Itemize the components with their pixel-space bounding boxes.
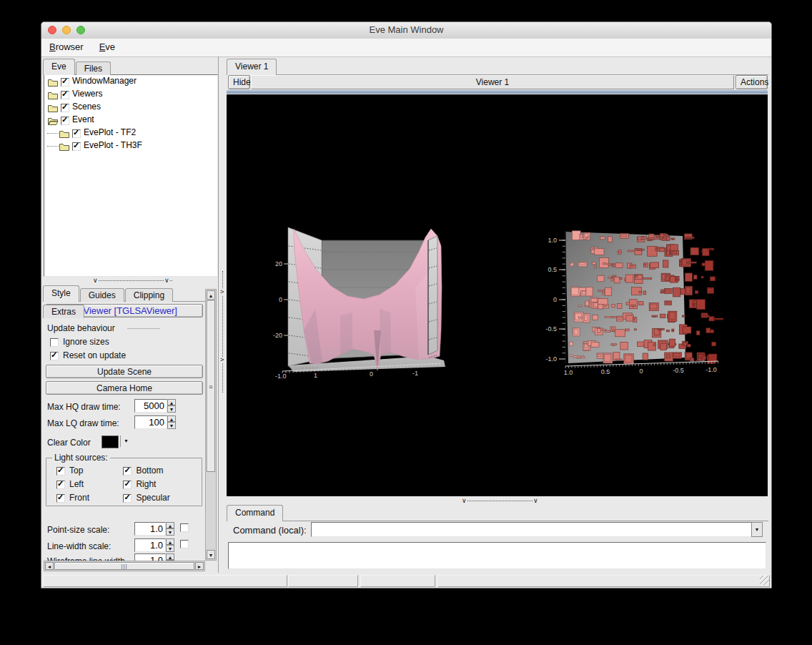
scroll-down-button[interactable]: ▼ — [207, 550, 215, 559]
light-sources-group: Light sources: ✓Top✓Bottom✓Left✓Right✓Fr… — [46, 453, 202, 506]
max-hq-spin-down[interactable]: ▼ — [167, 405, 176, 413]
check-icon: ✓ — [57, 493, 64, 501]
tree-checkbox[interactable]: ✓ — [61, 78, 69, 87]
max-lq-input[interactable] — [134, 415, 167, 429]
status-bar — [41, 574, 771, 588]
light-specular-label: Specular — [136, 493, 169, 503]
point-size-spin-down[interactable]: ▼ — [166, 528, 174, 536]
tab-clipping[interactable]: Clipping — [125, 288, 173, 302]
actions-button[interactable]: Actions — [736, 75, 768, 89]
max-lq-label: Max LQ draw time: — [47, 418, 119, 428]
style-scrollbar[interactable]: ▲ ≡ ▼ — [205, 289, 217, 561]
max-hq-input[interactable] — [134, 399, 167, 413]
tree-item-label: Scenes — [72, 102, 101, 112]
line-width-spin-up[interactable]: ▲ — [166, 538, 174, 545]
th3f-box-plot: 1.00.50-0.5-1.01.00.50-0.5-1.00.5 0 -0.5 — [530, 223, 730, 380]
tree-item-windowmanager[interactable]: ✓WindowManager — [44, 75, 217, 88]
wireframe-input[interactable] — [134, 553, 166, 561]
max-lq-spin-down[interactable]: ▼ — [167, 422, 176, 429]
command-output[interactable] — [228, 542, 766, 569]
eve-main-window: Eve Main Window BrowserEve EveFiles ✓Win… — [41, 21, 772, 589]
point-size-input[interactable] — [134, 522, 166, 536]
tab-files[interactable]: Files — [76, 61, 111, 75]
viewer-title-bar[interactable]: Viewer 1 — [251, 75, 734, 89]
line-width-spin-down[interactable]: ▼ — [166, 545, 174, 552]
check-icon: ✓ — [57, 479, 64, 488]
update-scene-button[interactable]: Update Scene — [46, 365, 203, 378]
down-arrow-icon: ▼ — [168, 530, 173, 535]
gl-viewer-canvas[interactable]: 200-20-1.010-11.0 0.8 0.6 0.4 1.00.50-0.… — [227, 94, 768, 496]
scroll-right-button[interactable]: ► — [195, 562, 204, 570]
tree-item-eveplot-th3f[interactable]: ✓EvePlot - TH3F — [44, 139, 217, 152]
light-top-checkbox[interactable]: ✓ — [56, 467, 65, 476]
scroll-up-button[interactable]: ▲ — [207, 290, 215, 300]
point-size-auto-checkbox[interactable] — [180, 523, 189, 532]
tree-checkbox[interactable]: ✓ — [72, 129, 81, 138]
tree-item-event[interactable]: ✓Event — [44, 114, 217, 127]
status-cell-1 — [288, 575, 358, 587]
tab-eve[interactable]: Eve — [43, 59, 75, 75]
tree-splitter[interactable]: ∨ ∨ — [44, 277, 218, 285]
tree-item-label: Event — [72, 114, 94, 124]
light-right-checkbox[interactable]: ✓ — [123, 481, 132, 489]
line-width-spinner: ▲▼ — [166, 538, 174, 552]
thumb-grip-icon: ||| — [121, 563, 127, 569]
max-hq-spin-up[interactable]: ▲ — [167, 399, 176, 405]
clear-color-label: Clear Color — [47, 438, 91, 448]
tab-viewer-1[interactable]: Viewer 1 — [227, 59, 277, 75]
line-width-input[interactable] — [134, 538, 166, 552]
menu-browser[interactable]: Browser — [41, 39, 91, 56]
light-specular-checkbox[interactable]: ✓ — [123, 494, 132, 503]
tree-item-scenes[interactable]: ✓Scenes — [44, 101, 217, 114]
command-local-label: Command (local): — [233, 525, 307, 536]
tab-command[interactable]: Command — [227, 505, 283, 521]
down-arrow-icon: ▼ — [169, 407, 174, 412]
point-size-spin-up[interactable]: ▲ — [166, 522, 174, 528]
svg-text:0.5: 0.5 — [548, 266, 557, 273]
title-bar[interactable]: Eve Main Window — [41, 22, 771, 39]
ignore-sizes-checkbox[interactable] — [50, 338, 59, 347]
tree-checkbox[interactable]: ✓ — [72, 142, 81, 151]
light-right-label: Right — [136, 479, 156, 489]
wireframe-spin-up[interactable]: ▲ — [166, 553, 174, 560]
check-icon: ✓ — [124, 466, 130, 474]
tree-checkbox[interactable]: ✓ — [61, 117, 69, 125]
resize-grip[interactable] — [760, 576, 769, 585]
tree-item-viewers[interactable]: ✓Viewers — [44, 88, 217, 101]
menu-eve[interactable]: Eve — [91, 39, 123, 56]
tree-item-eveplot-tf2[interactable]: ✓EvePlot - TF2 — [44, 127, 217, 139]
style-hscrollbar[interactable]: ◄ ||| ► — [44, 561, 205, 571]
clear-color-swatch[interactable] — [102, 435, 119, 448]
max-lq-spinner: ▲▼ — [167, 415, 176, 429]
tree-checkbox[interactable]: ✓ — [61, 91, 69, 99]
svg-text:-1: -1 — [412, 370, 418, 377]
svg-text:-1.0: -1.0 — [275, 373, 287, 380]
eve-tree-list: ✓WindowManager✓Viewers✓Scenes✓Event✓EveP… — [44, 74, 218, 277]
camera-home-button[interactable]: Camera Home — [46, 381, 203, 395]
up-arrow-icon: ▲ — [168, 523, 173, 528]
max-lq-spin-up[interactable]: ▲ — [167, 415, 176, 422]
scroll-left-button[interactable]: ◄ — [45, 562, 54, 570]
tab-guides[interactable]: Guides — [80, 288, 124, 302]
panel-splitter[interactable]: > > — [219, 56, 227, 573]
command-input[interactable] — [311, 522, 752, 537]
scroll-thumb[interactable]: ≡ — [207, 300, 215, 472]
wireframe-spinner: ▲▼ — [166, 553, 174, 561]
reset-on-update-label: Reset on update — [63, 350, 126, 360]
viewer-splitter[interactable]: ∨ ∨ — [227, 497, 768, 505]
light-front-checkbox[interactable]: ✓ — [56, 494, 65, 503]
light-bottom-checkbox[interactable]: ✓ — [123, 467, 132, 476]
svg-text:-1.0: -1.0 — [705, 366, 717, 373]
tab-style[interactable]: Style — [43, 285, 79, 302]
line-width-auto-checkbox[interactable] — [180, 540, 189, 548]
tab-extras[interactable]: Extras — [43, 305, 84, 318]
reset-on-update-checkbox[interactable]: ✓ — [50, 352, 59, 360]
check-icon: ✓ — [61, 89, 68, 98]
command-combo-dropdown[interactable]: ▼ — [751, 522, 763, 537]
tree-checkbox[interactable]: ✓ — [61, 104, 69, 112]
svg-text:1.0: 1.0 — [564, 369, 573, 376]
light-left-checkbox[interactable]: ✓ — [56, 481, 65, 489]
clear-color-dropdown[interactable]: ▼ — [120, 435, 132, 447]
hscroll-thumb[interactable]: ||| — [54, 562, 194, 570]
hide-button[interactable]: Hide — [228, 75, 250, 89]
